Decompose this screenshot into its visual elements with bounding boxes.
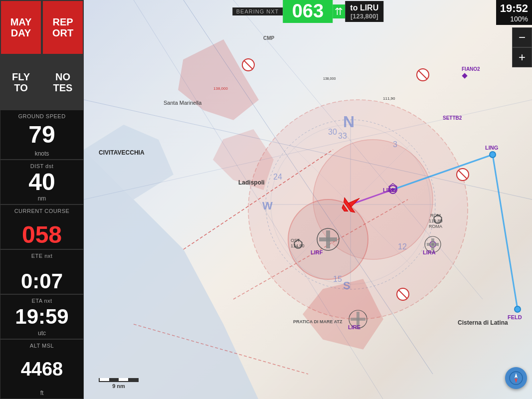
bearing-label: BEARING NXT [232, 7, 283, 15]
notes-label: NOTES [53, 71, 73, 93]
svg-text:Ladispoli: Ladispoli [238, 179, 265, 186]
svg-text:W: W [262, 200, 273, 212]
alt-label: ALT MSL [4, 343, 79, 349]
ground-speed-value: 79 [28, 123, 55, 147]
zoom-in-button[interactable]: + [512, 47, 532, 67]
mid-buttons: FLYTO NOTES [0, 55, 84, 110]
top-right-panel: 19:52 100% [496, 0, 532, 25]
svg-text:ROMA: ROMA [429, 224, 442, 229]
map-svg: N W S 30 33 24 3 12 15 CIVITAVECCHIA Lad… [84, 0, 532, 399]
eta-block: ETA nxt 19:59 utc [0, 294, 84, 339]
zoom-out-button[interactable]: − [512, 27, 532, 47]
clock-time: 19:52 [500, 2, 528, 15]
flyto-label: FLYTO [12, 71, 30, 93]
dist-block: DIST dst 40 nm [0, 160, 84, 204]
svg-text:15: 15 [333, 275, 342, 283]
dist-value: 40 [28, 170, 55, 194]
svg-text:119.80: 119.80 [429, 218, 443, 223]
zoom-controls: − + [512, 27, 532, 67]
svg-text:LIRA: LIRA [423, 249, 436, 255]
course-block: CURRENT COURSE 058 [0, 204, 84, 249]
bearing-dest-line2: [123,800] [350, 12, 378, 20]
mayday-button[interactable]: MAYDAY [0, 0, 42, 55]
bearing-value: 063 [283, 0, 333, 23]
eta-value: 19:59 [15, 306, 68, 327]
svg-text:CIVITAVECCHIA: CIVITAVECCHIA [99, 149, 145, 156]
svg-text:114.90: 114.90 [291, 243, 305, 248]
course-label: CURRENT COURSE [4, 208, 79, 214]
svg-point-44 [515, 306, 521, 312]
svg-text:138,000: 138,000 [323, 77, 336, 80]
svg-text:CMP: CMP [263, 35, 275, 41]
svg-text:LIRU: LIRU [383, 187, 396, 193]
course-value: 058 [22, 223, 62, 247]
bearing-arrows-icon: ⇈ [333, 4, 345, 18]
notes-button[interactable]: NOTES [42, 55, 84, 110]
svg-text:LIRE: LIRE [348, 324, 360, 330]
ete-value: 0:07 [21, 271, 63, 292]
svg-rect-47 [326, 230, 330, 248]
ground-speed-label: GROUND SPEED [4, 113, 79, 119]
flyto-button[interactable]: FLYTO [0, 55, 42, 110]
ground-speed-unit: knots [35, 150, 49, 157]
svg-text:ROM: ROM [430, 213, 441, 218]
report-button[interactable]: REPORT [42, 0, 84, 55]
svg-text:24: 24 [273, 173, 282, 181]
scale-bar: 9 nm [99, 378, 139, 389]
scale-text: 9 nm [112, 383, 125, 389]
svg-text:OST: OST [291, 238, 300, 243]
bearing-dest-line1: to LIRU [350, 3, 378, 12]
svg-point-43 [490, 152, 496, 158]
svg-text:LING: LING [485, 145, 498, 151]
svg-text:33: 33 [338, 132, 347, 140]
svg-text:30: 30 [328, 128, 337, 136]
svg-text:FELD: FELD [508, 314, 522, 320]
map-area[interactable]: N W S 30 33 24 3 12 15 CIVITAVECCHIA Lad… [84, 0, 532, 399]
svg-text:138,000: 138,000 [213, 86, 228, 91]
svg-text:FIANO2: FIANO2 [462, 66, 480, 72]
svg-text:LIRF: LIRF [311, 249, 323, 255]
svg-text:111,90: 111,90 [383, 96, 395, 101]
dist-unit: nm [38, 195, 46, 202]
alt-block: ALT MSL 4468 ft [0, 339, 84, 399]
alt-value: 4468 [21, 360, 63, 379]
top-buttons: MAYDAY REPORT [0, 0, 84, 55]
mayday-label: MAYDAY [10, 16, 32, 38]
svg-text:12: 12 [398, 242, 407, 251]
ete-label: ETE nxt [4, 253, 79, 259]
report-label: REPORT [52, 16, 73, 38]
ete-block: ETE nxt 0:07 [0, 249, 84, 294]
left-panel: MAYDAY REPORT FLYTO NOTES GROUND SPEED 7… [0, 0, 84, 399]
nav-compass-icon[interactable] [505, 367, 527, 389]
zoom-level: 100% [500, 15, 528, 23]
svg-text:Santa Marinella: Santa Marinella [164, 100, 202, 106]
eta-unit: utc [38, 330, 46, 337]
alt-unit: ft [40, 390, 44, 397]
svg-text:SETTB2: SETTB2 [443, 115, 462, 121]
svg-text:N: N [343, 113, 355, 131]
svg-text:3: 3 [393, 140, 397, 149]
scale-line [99, 378, 139, 382]
svg-rect-50 [431, 238, 434, 250]
bearing-destination: to LIRU [123,800] [345, 1, 383, 22]
svg-text:S: S [343, 279, 351, 292]
bearing-bar: BEARING NXT 063 ⇈ to LIRU [123,800] [232, 0, 383, 23]
ground-speed-block: GROUND SPEED 79 knots [0, 110, 84, 160]
eta-label: ETA nxt [4, 298, 79, 304]
